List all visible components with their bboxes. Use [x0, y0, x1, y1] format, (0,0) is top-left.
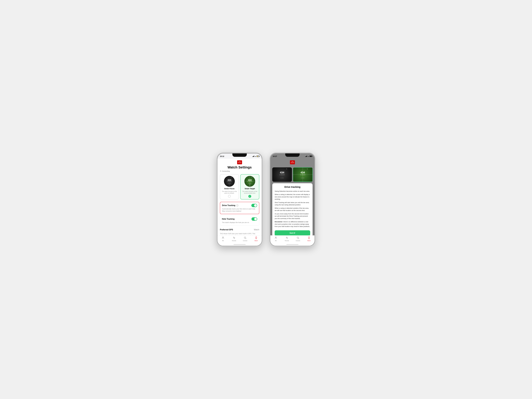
smart-target-label: Smart Target	[245, 188, 255, 190]
drive-tracking-modal: Drive tracking Swing Detection becomes a…	[272, 183, 313, 235]
battery-icon-2	[310, 156, 312, 157]
modal-para-6: Disclaimer: there's no difference betwee…	[275, 221, 310, 228]
phone-1-content: TAG HEUER Watch Settings ✱ Connecting	[217, 159, 262, 246]
battery-icon-1	[257, 156, 259, 157]
nav-watch-label-1: Watch	[254, 240, 258, 241]
watch-icon-2	[308, 237, 310, 240]
svg-point-15	[286, 238, 287, 238]
preferred-gps-value: Watch	[254, 229, 259, 231]
wf-bg-green-2: °8 434 ⊕ DRIVER SCORE	[293, 167, 313, 182]
hole-tracking-toggle[interactable]	[252, 217, 257, 221]
svg-text:TAG: TAG	[291, 161, 293, 162]
bluetooth-status: ✱ Connecting	[220, 170, 259, 172]
phones-container: 15:12 ▲ T	[217, 153, 315, 246]
watch-icon-1	[255, 237, 258, 240]
svg-point-5	[234, 238, 234, 238]
svg-rect-18	[308, 237, 310, 238]
phone-2: 10:27 ▲ T	[270, 153, 315, 246]
notch-2	[285, 154, 300, 157]
modal-para-3: Shot Tracking will start when you exit t…	[275, 201, 310, 206]
green-focus-radio[interactable]	[228, 195, 231, 198]
hole-tracking-label: Hole Tracking	[222, 218, 234, 220]
nav-rounds-2[interactable]: Rounds	[281, 237, 292, 241]
nav-courses-1[interactable]: Courses	[240, 237, 251, 241]
home-indicator-1	[217, 243, 262, 246]
phone-2-screen: TAG HEUER °8 434 ⊕ DRIVER SCORE	[270, 159, 315, 235]
phone-2-content: TAG HEUER °8 434 ⊕ DRIVER SCORE	[270, 159, 315, 246]
signal-icon-1	[253, 156, 254, 157]
svg-text:HEUER: HEUER	[291, 162, 294, 163]
svg-text:TAG: TAG	[239, 161, 241, 162]
person-icon-2	[274, 237, 277, 240]
modal-para-5: As you move away from the second shot lo…	[275, 213, 310, 220]
drive-tracking-row: Drive Tracking i	[222, 204, 257, 207]
nav-watch-1[interactable]: Watch	[251, 237, 262, 241]
tag-logo-2: TAG HEUER	[270, 159, 315, 165]
status-icons-2: ▲	[305, 155, 312, 157]
time-1: 15:12	[220, 155, 224, 157]
smart-target-desc: The watch focuses on the recommended sho…	[242, 191, 258, 194]
nav-me-1[interactable]: Me	[217, 237, 228, 241]
preferred-gps-row[interactable]: Preferred GPS Watch	[220, 227, 259, 233]
nav-rounds-label-1: Rounds	[232, 240, 236, 241]
wf-num-green: °8	[251, 177, 252, 178]
svg-text:HEUER: HEUER	[238, 162, 241, 163]
nav-watch-label-2: Watch	[307, 240, 311, 241]
status-icons-1: ▲	[253, 155, 259, 157]
preferred-gps-desc: TAG Heuer Golf uses your watch built-in …	[220, 233, 259, 235]
watch-face-selector: °8 434 ⊕ DRIVER SCORE ∧ Green Focus The …	[220, 174, 259, 200]
modal-para-1: Swing Detection becomes active on each t…	[275, 190, 310, 193]
svg-rect-8	[256, 237, 257, 238]
bluetooth-icon: ✱	[220, 170, 221, 172]
nav-me-2[interactable]: Me	[270, 237, 281, 241]
nav-courses-2[interactable]: Courses	[292, 237, 304, 241]
disclaimer-bold: Disclaimer	[275, 221, 283, 223]
smart-target-image: °8 434 ⊕ DRIVER SCORE ∧	[244, 176, 255, 187]
svg-line-7	[246, 238, 246, 239]
watch-faces-bg-2: °8 434 ⊕ DRIVER SCORE °8 434 ⊕ DRIVER SC…	[270, 165, 315, 182]
hole-tracking-card: Hole Tracking The watch displays the hol…	[220, 216, 259, 225]
page-title-1: Watch Settings	[220, 165, 259, 169]
modal-para-4: When a swing is detected outside of the …	[275, 207, 310, 212]
nav-rounds-1[interactable]: Rounds	[228, 237, 240, 241]
nav-watch-2[interactable]: Watch	[304, 237, 315, 241]
drive-tracking-card: Drive Tracking i Automatically tracks yo…	[220, 202, 259, 214]
preferred-gps-label: Preferred GPS	[220, 229, 233, 231]
tag-logo-1: TAG HEUER	[220, 159, 259, 165]
nav-me-label-2: Me	[275, 240, 277, 241]
got-it-button[interactable]: Got it!	[275, 230, 310, 235]
smart-target-checkmark: ✓	[248, 195, 251, 198]
drive-tracking-toggle[interactable]	[251, 204, 257, 207]
watch-face-green-focus[interactable]: °8 434 ⊕ DRIVER SCORE ∧ Green Focus The …	[220, 174, 239, 200]
hole-tracking-desc: The watch displays the hole you are on.	[222, 221, 257, 224]
nav-courses-label-2: Courses	[296, 240, 300, 241]
nav-rounds-label-2: Rounds	[285, 240, 289, 241]
wf-num-dark: °8	[231, 177, 232, 178]
drive-tracking-info-icon[interactable]: i	[236, 204, 238, 206]
green-focus-desc: The watch focuses on the green by defaul…	[221, 191, 237, 194]
home-indicator-2	[270, 243, 315, 246]
bluetooth-label: Connecting	[222, 170, 230, 172]
svg-point-6	[244, 237, 246, 238]
wf-arrow-dark: ∧	[229, 184, 230, 186]
svg-point-16	[297, 237, 299, 238]
hole-tracking-row: Hole Tracking	[222, 217, 257, 221]
phone-1: 15:12 ▲ T	[217, 153, 262, 246]
bottom-nav-2: Me Rounds	[270, 235, 315, 243]
nav-courses-label-1: Courses	[243, 240, 247, 241]
bottom-nav-1: Me Rounds	[217, 235, 262, 243]
drive-tracking-label: Drive Tracking i	[222, 204, 238, 206]
time-2: 10:27	[273, 155, 277, 157]
wifi-icon-1: ▲	[255, 155, 256, 157]
courses-icon-2	[297, 237, 299, 240]
rounds-icon-1	[233, 237, 235, 240]
wf-score-dark: SCORE	[228, 183, 231, 184]
signal-icon-2	[305, 156, 307, 157]
svg-point-14	[275, 237, 276, 238]
notch-1	[232, 154, 247, 157]
courses-icon-1	[244, 237, 247, 240]
modal-para-2: When a swing is detected, the screen wil…	[275, 193, 310, 200]
green-focus-label: Green Focus	[224, 188, 234, 190]
wf-bg-dark-2: °8 434 ⊕ DRIVER SCORE	[272, 167, 292, 182]
watch-face-smart-target[interactable]: °8 434 ⊕ DRIVER SCORE ∧	[240, 174, 259, 200]
